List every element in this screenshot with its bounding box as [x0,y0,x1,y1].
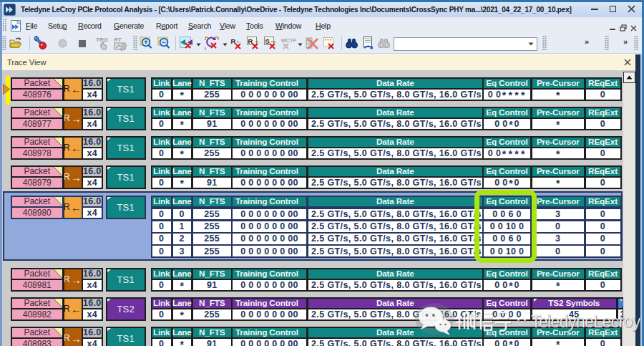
svg-text:+: + [144,39,147,46]
svg-text:−: − [162,39,165,46]
svg-text:TeledyneLecroy: TeledyneLecroy [531,312,641,331]
svg-text:→: → [253,37,260,44]
svg-text:RT: RT [114,37,122,43]
svg-text:TRG: TRG [96,37,108,43]
svg-text:←: ← [235,37,243,44]
svg-text:MCTP: MCTP [281,37,296,44]
svg-text:S: S [265,37,270,45]
svg-text:↔: ↔ [270,37,277,44]
